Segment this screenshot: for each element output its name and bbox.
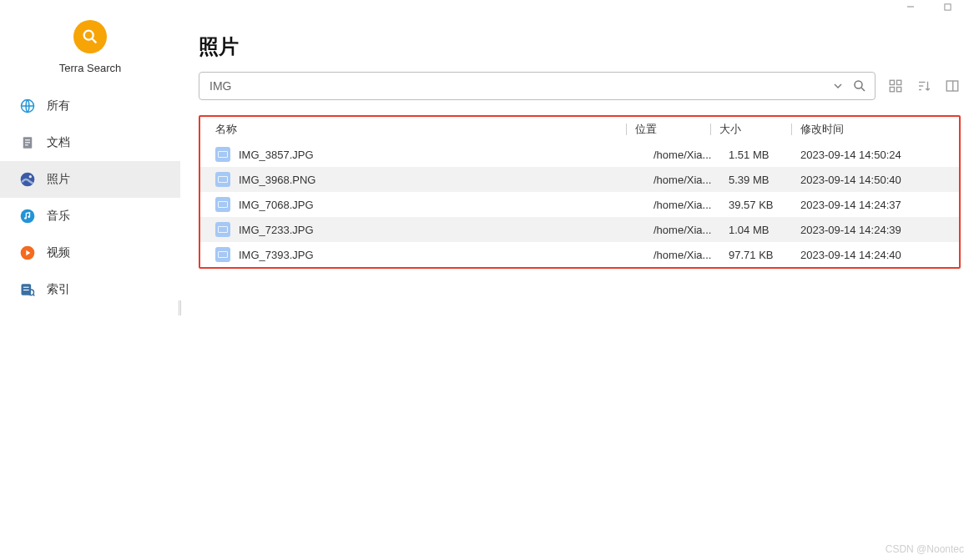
svg-point-2 bbox=[84, 31, 93, 40]
maximize-button[interactable] bbox=[941, 0, 954, 13]
minimize-button[interactable] bbox=[904, 0, 917, 13]
svg-rect-1 bbox=[944, 3, 950, 9]
file-size: 1.04 MB bbox=[729, 224, 800, 236]
column-header-location[interactable]: 位置 bbox=[635, 122, 710, 137]
panel-icon[interactable] bbox=[944, 78, 961, 94]
search-icon[interactable] bbox=[851, 78, 868, 94]
table-header: 名称 位置 大小 修改时间 bbox=[200, 117, 959, 142]
app-name: Terra Search bbox=[59, 62, 121, 74]
watermark: CSDN @Noontec bbox=[886, 543, 964, 555]
photo-icon bbox=[18, 170, 37, 189]
file-modified: 2023-09-14 14:24:37 bbox=[800, 199, 959, 211]
results-table: 名称 位置 大小 修改时间 IMG_3857.JPG /home/Xia... … bbox=[200, 117, 959, 267]
sidebar-item-label: 文档 bbox=[47, 135, 70, 150]
svg-rect-25 bbox=[897, 88, 901, 92]
svg-rect-6 bbox=[25, 139, 30, 140]
app-logo-icon bbox=[73, 20, 107, 53]
index-icon bbox=[18, 280, 37, 299]
file-location: /home/Xia... bbox=[654, 249, 729, 261]
file-modified: 2023-09-14 14:24:40 bbox=[800, 249, 959, 261]
column-header-name[interactable]: 名称 bbox=[215, 122, 626, 137]
table-row[interactable]: IMG_7233.JPG /home/Xia... 1.04 MB 2023-0… bbox=[200, 217, 959, 242]
svg-rect-23 bbox=[897, 80, 901, 84]
svg-rect-19 bbox=[23, 290, 29, 290]
sidebar-item-video[interactable]: 视频 bbox=[0, 235, 180, 271]
file-location: /home/Xia... bbox=[654, 174, 729, 186]
file-size: 5.39 MB bbox=[729, 174, 800, 186]
file-size: 97.71 KB bbox=[729, 249, 800, 261]
grid-view-icon[interactable] bbox=[887, 78, 904, 94]
page-title: 照片 bbox=[199, 33, 961, 60]
chevron-down-icon[interactable] bbox=[830, 78, 846, 94]
svg-point-12 bbox=[24, 217, 27, 219]
file-modified: 2023-09-14 14:50:40 bbox=[800, 174, 959, 186]
sidebar-item-photos[interactable]: 照片 bbox=[0, 161, 180, 198]
file-name: IMG_3857.JPG bbox=[239, 149, 314, 161]
sidebar-item-label: 音乐 bbox=[47, 209, 70, 224]
sidebar-item-all[interactable]: 所有 bbox=[0, 88, 180, 124]
svg-rect-18 bbox=[23, 287, 29, 288]
image-file-icon bbox=[215, 222, 230, 237]
sidebar-item-label: 索引 bbox=[47, 282, 70, 297]
column-header-modified[interactable]: 修改时间 bbox=[800, 122, 959, 137]
file-name: IMG_7393.JPG bbox=[239, 249, 314, 261]
file-size: 39.57 KB bbox=[729, 199, 800, 211]
sidebar-logo: Terra Search bbox=[0, 13, 180, 78]
table-row[interactable]: IMG_7393.JPG /home/Xia... 97.71 KB 2023-… bbox=[200, 242, 959, 267]
file-location: /home/Xia... bbox=[654, 149, 729, 161]
image-file-icon bbox=[215, 172, 230, 187]
titlebar bbox=[0, 0, 979, 13]
file-name: IMG_3968.PNG bbox=[239, 174, 316, 186]
file-name: IMG_7068.JPG bbox=[239, 199, 314, 211]
video-icon bbox=[18, 244, 37, 262]
sidebar-item-label: 视频 bbox=[47, 245, 70, 260]
column-header-size[interactable]: 大小 bbox=[719, 122, 791, 137]
svg-rect-8 bbox=[25, 144, 28, 145]
search-input[interactable] bbox=[209, 79, 830, 93]
music-icon bbox=[18, 207, 37, 225]
sidebar-resize-handle[interactable] bbox=[179, 300, 181, 315]
svg-rect-24 bbox=[890, 88, 894, 92]
sort-icon[interactable] bbox=[916, 78, 932, 94]
svg-line-21 bbox=[861, 88, 865, 91]
table-row[interactable]: IMG_3968.PNG /home/Xia... 5.39 MB 2023-0… bbox=[200, 167, 959, 192]
svg-point-11 bbox=[21, 209, 35, 224]
svg-line-17 bbox=[33, 295, 35, 296]
nav: 所有 文档 bbox=[0, 88, 180, 308]
table-row[interactable]: IMG_3857.JPG /home/Xia... 1.51 MB 2023-0… bbox=[200, 142, 959, 167]
svg-rect-22 bbox=[890, 80, 894, 84]
file-location: /home/Xia... bbox=[654, 224, 729, 236]
sidebar-item-documents[interactable]: 文档 bbox=[0, 124, 180, 161]
svg-point-20 bbox=[855, 81, 862, 88]
svg-rect-7 bbox=[25, 142, 30, 143]
document-icon bbox=[18, 134, 37, 152]
file-size: 1.51 MB bbox=[729, 149, 800, 161]
svg-point-13 bbox=[28, 216, 30, 219]
sidebar-item-label: 所有 bbox=[47, 98, 70, 114]
sidebar-item-music[interactable]: 音乐 bbox=[0, 198, 180, 235]
sidebar-item-label: 照片 bbox=[47, 172, 70, 187]
file-modified: 2023-09-14 14:50:24 bbox=[800, 149, 959, 161]
main: 照片 bbox=[180, 13, 979, 560]
results-highlight-box: 名称 位置 大小 修改时间 IMG_3857.JPG /home/Xia... … bbox=[199, 115, 961, 269]
svg-point-10 bbox=[29, 175, 32, 178]
globe-icon bbox=[18, 97, 37, 115]
file-modified: 2023-09-14 14:24:39 bbox=[800, 224, 959, 236]
table-row[interactable]: IMG_7068.JPG /home/Xia... 39.57 KB 2023-… bbox=[200, 192, 959, 217]
image-file-icon bbox=[215, 247, 230, 262]
image-file-icon bbox=[215, 147, 230, 162]
svg-line-3 bbox=[93, 39, 97, 43]
sidebar-item-index[interactable]: 索引 bbox=[0, 271, 180, 308]
image-file-icon bbox=[215, 197, 230, 212]
svg-rect-29 bbox=[946, 81, 958, 91]
file-location: /home/Xia... bbox=[654, 199, 729, 211]
file-name: IMG_7233.JPG bbox=[239, 224, 314, 236]
search-wrap bbox=[199, 72, 876, 100]
toolbar bbox=[199, 72, 961, 100]
sidebar: Terra Search 所有 bbox=[0, 13, 180, 560]
